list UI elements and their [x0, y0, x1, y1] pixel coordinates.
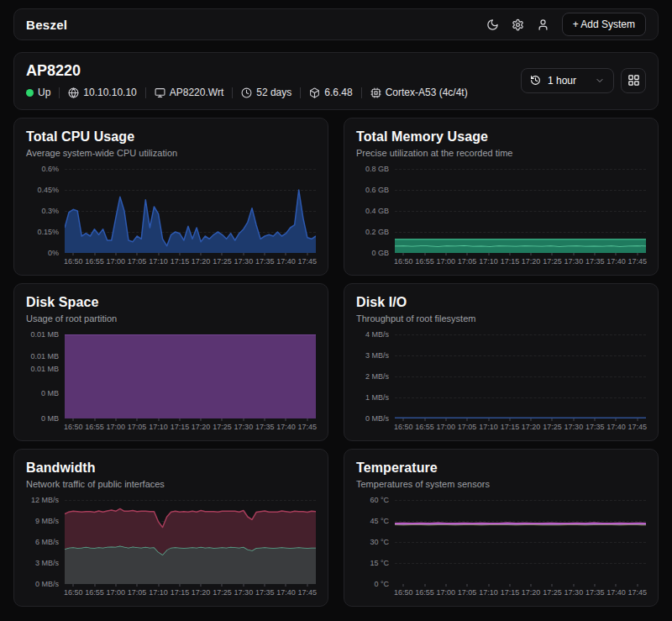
chart-canvas-diskio[interactable] — [395, 334, 646, 418]
y-tick-label: 0 MB — [41, 414, 59, 423]
x-tick-label: 17:10 — [479, 257, 498, 266]
x-tick-mark — [467, 418, 468, 421]
y-axis: 0.8 GB0.6 GB0.4 GB0.2 GB0 GB — [356, 169, 395, 253]
x-tick-mark — [595, 418, 596, 421]
system-meta: Up 10.10.10.10 AP8220.Wrt 52 days — [26, 87, 468, 98]
system-header-right: 1 hour — [521, 68, 646, 93]
x-tick-label: 17:15 — [501, 257, 520, 266]
y-tick-label: 0.45% — [37, 186, 59, 194]
x-tick-mark — [179, 418, 180, 421]
app-logo[interactable]: Beszel — [26, 18, 67, 32]
x-tick-mark — [265, 253, 265, 255]
y-axis: 60 °C45 °C30 °C15 °C0 °C — [356, 500, 395, 584]
x-tick-label: 17:25 — [543, 423, 562, 431]
x-tick-mark — [307, 253, 307, 255]
status-label: Up — [38, 87, 50, 98]
y-axis: 0.01 MB0.01 MB0.01 MB0 MB0 MB — [26, 334, 65, 418]
x-tick-label: 17:40 — [276, 588, 296, 597]
x-tick-label: 17:00 — [106, 257, 125, 266]
x-tick-label: 17:30 — [234, 423, 254, 431]
x-tick-mark — [115, 253, 116, 255]
x-tick-label: 17:45 — [628, 588, 648, 597]
chart-plot[interactable] — [65, 169, 316, 253]
theme-toggle-button[interactable] — [486, 18, 499, 31]
y-tick-label: 1 MB/s — [365, 393, 389, 402]
y-tick-label: 60 °C — [370, 496, 389, 504]
x-tick-mark — [488, 418, 489, 421]
x-tick-mark — [201, 253, 202, 255]
chart-body: 0.6%0.45%0.3%0.15%0% — [26, 169, 316, 253]
x-tick-mark — [445, 253, 446, 255]
chart-body: 0.01 MB0.01 MB0.01 MB0 MB0 MB — [26, 334, 316, 418]
x-tick-label: 16:55 — [85, 588, 104, 597]
chart-plot[interactable] — [65, 500, 316, 584]
add-system-button[interactable]: + Add System — [562, 13, 646, 36]
chart-body: 60 °C45 °C30 °C15 °C0 °C — [356, 500, 646, 584]
chart-plot[interactable] — [395, 500, 646, 584]
x-tick-mark — [552, 253, 553, 255]
x-tick-mark — [616, 253, 617, 255]
system-name: AP8220 — [26, 62, 468, 80]
system-uptime: 52 days — [241, 87, 291, 98]
chart-plot[interactable] — [395, 334, 646, 418]
chart-title: Total CPU Usage — [26, 129, 316, 145]
x-tick-label: 17:45 — [298, 257, 318, 266]
x-tick-label: 17:00 — [436, 257, 455, 266]
chart-canvas-bandwidth[interactable] — [65, 500, 316, 584]
system-cpu-model: Cortex-A53 (4c/4t) — [370, 87, 468, 98]
x-tick-mark — [445, 584, 446, 587]
divider — [232, 87, 233, 98]
y-tick-label: 15 °C — [370, 559, 389, 567]
system-ip: 10.10.10.10 — [68, 87, 136, 98]
x-tick-mark — [73, 253, 74, 255]
x-tick-mark — [488, 253, 489, 255]
x-tick-mark — [467, 584, 468, 587]
x-axis: 16:5016:5517:0017:0517:1017:1517:2017:25… — [395, 418, 646, 434]
chart-canvas-disk[interactable] — [65, 334, 316, 418]
x-tick-label: 17:45 — [628, 423, 648, 431]
chart-plot[interactable] — [65, 334, 316, 418]
y-tick-label: 0 °C — [374, 580, 389, 588]
x-tick-mark — [467, 253, 468, 255]
y-tick-label: 0.2 GB — [365, 228, 389, 236]
y-tick-label: 9 MB/s — [35, 517, 59, 525]
navbar-actions: + Add System — [486, 13, 646, 36]
y-tick-label: 12 MB/s — [31, 496, 59, 504]
x-tick-label: 17:40 — [606, 423, 626, 431]
x-tick-mark — [94, 418, 95, 421]
chart-canvas-cpu[interactable] — [65, 169, 316, 253]
settings-button[interactable] — [512, 18, 524, 31]
x-tick-mark — [286, 418, 286, 421]
x-tick-label: 17:30 — [564, 423, 584, 431]
x-tick-mark — [552, 584, 553, 587]
y-tick-label: 0.3% — [41, 207, 59, 215]
x-tick-label: 17:15 — [171, 257, 190, 266]
x-axis: 16:5016:5517:0017:0517:1017:1517:2017:25… — [395, 584, 646, 599]
chart-canvas-memory[interactable] — [395, 169, 646, 253]
x-tick-label: 17:05 — [128, 588, 147, 597]
x-tick-mark — [573, 253, 574, 255]
x-tick-mark — [158, 418, 159, 421]
chart-subtitle: Average system-wide CPU utilization — [26, 148, 316, 158]
x-tick-mark — [94, 584, 95, 587]
user-menu-button[interactable] — [537, 18, 549, 31]
x-tick-mark — [243, 418, 244, 421]
x-tick-label: 17:05 — [458, 423, 477, 431]
system-hostname: AP8220.Wrt — [155, 87, 223, 98]
monitor-icon — [155, 87, 165, 98]
x-tick-mark — [403, 418, 404, 421]
x-tick-label: 17:00 — [106, 588, 125, 597]
layout-grid-icon — [627, 74, 640, 87]
x-tick-label: 17:05 — [458, 588, 477, 597]
gear-icon — [512, 18, 524, 31]
x-tick-label: 17:05 — [128, 423, 147, 431]
moon-icon — [486, 18, 499, 31]
x-tick-label: 16:50 — [64, 588, 83, 597]
x-tick-label: 17:15 — [501, 588, 520, 597]
chart-plot[interactable] — [395, 169, 646, 253]
chart-subtitle: Throughput of root filesystem — [356, 313, 646, 324]
chart-canvas-temperature[interactable] — [395, 500, 646, 584]
time-range-select[interactable]: 1 hour — [521, 68, 614, 93]
layout-grid-button[interactable] — [621, 68, 646, 93]
x-tick-mark — [637, 584, 638, 587]
